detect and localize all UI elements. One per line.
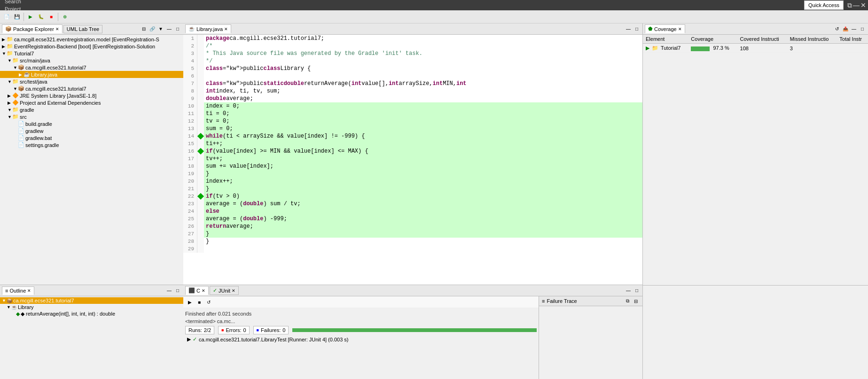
close-window-icon[interactable]: ✕ — [860, 1, 866, 9]
line-content-8[interactable]: int index, ti, tv, sum; — [204, 87, 642, 95]
line-content-25[interactable]: average = (double) -999; — [204, 215, 642, 223]
line-content-6[interactable] — [204, 72, 642, 80]
coverage-refresh-btn[interactable]: ↺ — [833, 25, 841, 33]
line-content-12[interactable]: tv = 0; — [204, 117, 642, 125]
bottom-minimize-btn[interactable]: — — [625, 287, 632, 294]
debug-btn[interactable]: 🐛 — [36, 12, 46, 22]
tree-item-12[interactable]: 📄build.gradle — [0, 120, 183, 127]
tree-item-11[interactable]: ▼📁src — [0, 113, 183, 120]
tree-item-6[interactable]: ▼📁src/test/java — [0, 78, 183, 85]
close-editor-icon[interactable]: ✕ — [224, 27, 228, 31]
code-editor[interactable]: 1package ca.mcgill.ecse321.tutorial7;2/*… — [183, 35, 642, 285]
tree-item-13[interactable]: 📄gradlew — [0, 127, 183, 134]
outline-item-method[interactable]: ◆ ◆ returnAverage(int[], int, int, int) … — [0, 310, 183, 317]
code-line-6: 6 — [183, 72, 642, 80]
stop-btn[interactable]: ■ — [47, 12, 56, 22]
tree-item-2[interactable]: ▼📁Tutorial7 — [0, 50, 183, 57]
coverage-maximize-btn[interactable]: □ — [859, 25, 866, 33]
junit-stop-btn[interactable]: ■ — [195, 298, 203, 306]
line-content-24[interactable]: else — [204, 208, 642, 215]
junit-run-btn[interactable]: ▶ — [186, 298, 194, 306]
line-content-26[interactable]: return average; — [204, 223, 642, 230]
close-package-explorer-icon[interactable]: ✕ — [55, 27, 59, 31]
line-content-27[interactable]: } — [204, 230, 642, 238]
line-content-1[interactable]: package ca.mcgill.ecse321.tutorial7; — [204, 35, 642, 42]
line-content-20[interactable]: index++; — [204, 178, 642, 185]
failure-trace-restore-btn[interactable]: ⊟ — [632, 297, 640, 305]
tree-item-8[interactable]: ▶🔶JRE System Library [JavaSE-1.8] — [0, 92, 183, 99]
line-content-15[interactable]: ti++; — [204, 140, 642, 147]
line-content-7[interactable]: class="kw">public static double returnAv… — [204, 80, 642, 87]
tab-coverage[interactable]: ⬟ Coverage ✕ — [645, 24, 685, 33]
close-junit-icon[interactable]: ✕ — [232, 288, 235, 293]
line-content-5[interactable]: class="kw">public class Library { — [204, 65, 642, 72]
tree-item-7[interactable]: ▼📦ca.mcgill.ecse321.tutorial7 — [0, 85, 183, 92]
tab-junit[interactable]: ✓ JUnit ✕ — [210, 286, 239, 295]
line-gutter-5 — [197, 65, 204, 72]
line-content-19[interactable]: } — [204, 170, 642, 178]
editor-minimize-btn[interactable]: — — [625, 25, 632, 33]
line-content-16[interactable]: if (value[index] >= MIN && value[index] … — [204, 147, 642, 155]
line-content-17[interactable]: tv++; — [204, 155, 642, 162]
tree-item-15[interactable]: 📄settings.gradle — [0, 141, 183, 148]
tab-outline[interactable]: ≡ Outline ✕ — [2, 286, 34, 295]
coverage-btn[interactable]: ⊕ — [60, 12, 70, 22]
tree-item-4[interactable]: ▼📦ca.mcgill.ecse321.tutorial7 — [0, 64, 183, 71]
bottom-maximize-btn[interactable]: □ — [633, 287, 641, 294]
run-btn[interactable]: ▶ — [26, 12, 35, 22]
junit-rerun-btn[interactable]: ↺ — [205, 298, 212, 306]
tab-uml-tree[interactable]: UML Lab Tree — [63, 25, 102, 33]
new-file-btn[interactable]: 📄 — [2, 12, 11, 22]
tree-arrow-0: ▶ — [2, 37, 7, 42]
tree-item-10[interactable]: ▼📁gradle — [0, 106, 183, 113]
tree-item-0[interactable]: ▶📁ca.mcgill.ecse321.eventregistration.mo… — [0, 36, 183, 43]
coverage-minimize-btn[interactable]: — — [850, 25, 858, 33]
tree-icon-12: 📄 — [18, 121, 24, 127]
code-line-12: 12 tv = 0; — [183, 117, 642, 125]
minimize-view-btn[interactable]: — — [165, 25, 173, 33]
minimize-icon[interactable]: — — [853, 1, 860, 9]
coverage-row[interactable]: ▶ 📁 Tutorial7 97.3 % 108 3 — [643, 44, 868, 53]
line-content-9[interactable]: double average; — [204, 95, 642, 102]
collapse-all-btn[interactable]: ⊟ — [140, 25, 148, 33]
save-btn[interactable]: 💾 — [12, 12, 22, 22]
line-content-11[interactable]: ti = 0; — [204, 110, 642, 117]
tab-package-explorer[interactable]: 📦 Package Explorer ✕ — [2, 24, 63, 33]
maximize-view-btn[interactable]: □ — [174, 25, 181, 33]
line-content-10[interactable]: index = 0; — [204, 102, 642, 110]
close-outline-icon[interactable]: ✕ — [27, 288, 31, 293]
coverage-export-btn[interactable]: 📤 — [842, 25, 849, 33]
tree-item-5[interactable]: ▶☕Library.java — [0, 71, 183, 78]
line-content-21[interactable]: } — [204, 185, 642, 193]
tab-editor-library[interactable]: ☕ Library.java ✕ — [185, 24, 231, 33]
test-result-item[interactable]: ▶ ✓ ca.mcgill.ecse321.tutorial7.LibraryT… — [185, 335, 537, 343]
outline-item-library[interactable]: ▼ ☕ Library — [0, 304, 183, 310]
line-content-13[interactable]: sum = 0; — [204, 125, 642, 132]
tree-item-3[interactable]: ▼📁src/main/java — [0, 57, 183, 64]
menu-btn[interactable]: ▼ — [157, 25, 164, 33]
line-content-4[interactable]: */ — [204, 57, 642, 65]
tree-item-9[interactable]: ▶🔶Project and External Dependencies — [0, 99, 183, 106]
tab-console[interactable]: ⬛ C ✕ — [185, 286, 209, 295]
close-console-icon[interactable]: ✕ — [202, 288, 205, 293]
outline-maximize-btn[interactable]: □ — [174, 287, 181, 294]
editor-maximize-btn[interactable]: □ — [633, 25, 641, 33]
line-content-28[interactable]: } — [204, 238, 642, 245]
line-content-22[interactable]: if (tv > 0) — [204, 193, 642, 200]
failure-trace-maximize-btn[interactable]: ⧉ — [624, 297, 631, 305]
tree-item-14[interactable]: 📄gradlew.bat — [0, 134, 183, 141]
line-content-14[interactable]: while (ti < arraySize && value[index] !=… — [204, 132, 642, 140]
line-content-18[interactable]: sum += value[index]; — [204, 162, 642, 170]
line-content-29[interactable] — [204, 245, 642, 253]
quick-access-button[interactable]: Quick Access — [804, 0, 844, 10]
tree-item-1[interactable]: ▶📁EventRegistration-Backend [boot] [Even… — [0, 43, 183, 50]
close-coverage-icon[interactable]: ✕ — [678, 27, 682, 31]
line-content-3[interactable]: * This Java source file was generated by… — [204, 50, 642, 57]
line-content-2[interactable]: /* — [204, 42, 642, 50]
restore-window-icon[interactable]: ⧉ — [847, 1, 852, 9]
line-content-23[interactable]: average = (double) sum / tv; — [204, 200, 642, 208]
menu-item-search[interactable]: Search — [2, 0, 28, 5]
outline-minimize-btn[interactable]: — — [165, 287, 173, 294]
link-editor-btn[interactable]: 🔗 — [149, 25, 156, 33]
outline-item-package[interactable]: ▼ 📦 ca.mcgill.ecse321.tutorial7 — [0, 297, 183, 304]
